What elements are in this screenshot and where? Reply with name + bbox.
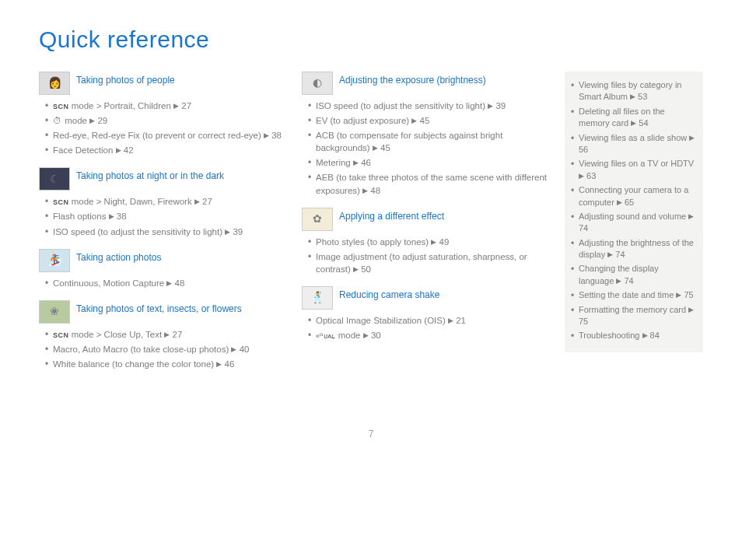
arrow-icon: ▶ — [109, 212, 114, 220]
page-ref[interactable]: 21 — [456, 316, 466, 325]
column-2: ◐Adjusting the exposure (brightness)ISO … — [302, 72, 551, 381]
page-ref[interactable]: 39 — [495, 101, 506, 110]
item-text: Adjusting the brightness of the display — [579, 238, 694, 259]
arrow-icon: ▶ — [607, 250, 613, 258]
arrow-icon: ▶ — [676, 291, 681, 299]
page-ref[interactable]: 38 — [117, 212, 127, 221]
item-text: Face Detection — [53, 145, 116, 155]
arrow-icon: ▶ — [216, 360, 222, 368]
list-item: Formatting the memory card ▶ 75 — [571, 304, 695, 328]
arrow-icon: ▶ — [631, 119, 636, 127]
section-title[interactable]: Taking photos of text, insects, or flowe… — [76, 300, 242, 316]
page-ref[interactable]: 42 — [124, 145, 134, 155]
page-ref[interactable]: 46 — [225, 359, 235, 369]
list-item: White balance (to change the color tone)… — [45, 358, 288, 370]
item-text: mode — [62, 116, 89, 125]
page-ref[interactable]: 45 — [420, 116, 430, 125]
list-item: Image adjustment (to adjust saturation, … — [308, 250, 551, 275]
item-text: Troubleshooting — [579, 331, 642, 340]
section-title[interactable]: Adjusting the exposure (brightness) — [339, 72, 486, 87]
arrow-icon: ▶ — [89, 117, 95, 124]
page-ref[interactable]: 39 — [233, 227, 243, 236]
page-ref[interactable]: 29 — [97, 116, 107, 125]
list-item: SCN mode > Portrait, Children ▶ 27 — [45, 100, 288, 112]
page-ref[interactable]: 50 — [361, 264, 371, 274]
section-title[interactable]: Taking action photos — [76, 249, 161, 264]
item-text: ISO speed (to adjust the sensitivity to … — [53, 227, 225, 236]
item-text: Optical Image Stabilization (OIS) — [316, 316, 448, 325]
section: 👩Taking photos of peopleSCN mode > Portr… — [39, 72, 288, 156]
page-ref[interactable]: 74 — [624, 276, 633, 285]
page-ref[interactable]: 48 — [370, 186, 380, 195]
item-text: AEB (to take three photos of the same sc… — [316, 173, 547, 194]
side-list: Viewing files by category in Smart Album… — [571, 79, 695, 342]
section: ❀Taking photos of text, insects, or flow… — [39, 300, 288, 370]
page-ref[interactable]: 38 — [271, 131, 282, 140]
list-item: Adjusting the brightness of the display … — [571, 237, 695, 261]
section-title[interactable]: Reducing camera shake — [339, 286, 439, 302]
list-item: Setting the date and time ▶ 75 — [571, 289, 695, 301]
list-item: ISO speed (to adjust the sensitivity to … — [45, 226, 288, 238]
item-text: Viewing files as a slide show — [579, 133, 689, 142]
page-ref[interactable]: 53 — [638, 92, 647, 101]
page-ref[interactable]: 54 — [639, 118, 648, 128]
scn-icon: SCN — [53, 103, 69, 110]
arrow-icon: ▶ — [166, 279, 172, 287]
arrow-icon: ▶ — [689, 134, 695, 142]
arrow-icon: ▶ — [373, 144, 378, 152]
page-ref[interactable]: 84 — [650, 331, 660, 340]
section: 🏂Taking action photosContinuous, Motion … — [39, 249, 288, 289]
item-text: Flash options — [53, 212, 109, 221]
item-text: ISO speed (to adjust the sensitivity to … — [316, 101, 488, 110]
arrow-icon: ▶ — [688, 306, 694, 313]
item-text: Metering — [316, 158, 353, 167]
column-side: Viewing files by category in Smart Album… — [565, 72, 703, 381]
list-item: Changing the display language ▶ 74 — [571, 263, 695, 287]
dual-icon: «ᴰᴜᴀʟ — [316, 332, 336, 340]
list-item: Adjusting sound and volume ▶ 74 — [571, 211, 695, 235]
list-item: AEB (to take three photos of the same sc… — [308, 171, 551, 196]
list-item: Connecting your camera to a computer ▶ 6… — [571, 184, 695, 208]
arrow-icon: ▶ — [264, 131, 269, 139]
section-list: Photo styles (to apply tones) ▶ 49Image … — [308, 236, 551, 275]
item-text: Setting the date and time — [579, 290, 676, 299]
section-title[interactable]: Applying a different effect — [339, 208, 444, 223]
section-icon: ◐ — [302, 72, 333, 95]
list-item: ACB (to compensate for subjects against … — [308, 129, 551, 154]
item-text: Deleting all files on the memory card — [579, 107, 665, 128]
page-ref[interactable]: 46 — [361, 158, 371, 167]
page-ref[interactable]: 63 — [586, 171, 596, 180]
section-list: Continuous, Motion Capture ▶ 48 — [45, 277, 288, 289]
item-text: mode > Night, Dawn, Firework — [69, 197, 194, 206]
list-item: Photo styles (to apply tones) ▶ 49 — [308, 236, 551, 248]
section-list: SCN mode > Close Up, Text ▶ 27Macro, Aut… — [45, 328, 288, 370]
page-ref[interactable]: 75 — [579, 317, 588, 326]
item-text: mode > Close Up, Text — [69, 330, 165, 339]
list-item: Viewing files by category in Smart Album… — [571, 79, 695, 103]
page-ref[interactable]: 74 — [615, 250, 625, 259]
page-ref[interactable]: 27 — [181, 101, 191, 110]
section: ◐Adjusting the exposure (brightness)ISO … — [302, 72, 551, 197]
page-ref[interactable]: 45 — [380, 143, 390, 152]
page-ref[interactable]: 75 — [684, 290, 693, 299]
section-title[interactable]: Taking photos of people — [76, 72, 175, 87]
page-ref[interactable]: 30 — [371, 331, 381, 340]
item-text: Image adjustment (to adjust saturation, … — [316, 252, 527, 274]
item-text: Continuous, Motion Capture — [53, 278, 166, 288]
page-ref[interactable]: 56 — [579, 145, 588, 154]
list-item: Viewing files as a slide show ▶ 56 — [571, 132, 695, 156]
page-ref[interactable]: 49 — [439, 237, 450, 247]
page-ref[interactable]: 40 — [240, 345, 250, 354]
page-ref[interactable]: 48 — [175, 278, 185, 288]
section-title[interactable]: Taking photos at night or in the dark — [76, 167, 224, 183]
section-list: SCN mode > Night, Dawn, Firework ▶ 27Fla… — [45, 195, 288, 237]
arrow-icon: ▶ — [173, 102, 179, 110]
page-ref[interactable]: 27 — [173, 330, 183, 339]
page-ref[interactable]: 65 — [625, 198, 634, 207]
page-ref[interactable]: 74 — [579, 223, 588, 233]
arrow-icon: ▶ — [164, 331, 170, 338]
column-1: 👩Taking photos of peopleSCN mode > Portr… — [39, 72, 288, 381]
arrow-icon: ▶ — [431, 238, 436, 246]
item-text: Photo styles (to apply tones) — [316, 237, 431, 247]
page-ref[interactable]: 27 — [202, 197, 212, 206]
